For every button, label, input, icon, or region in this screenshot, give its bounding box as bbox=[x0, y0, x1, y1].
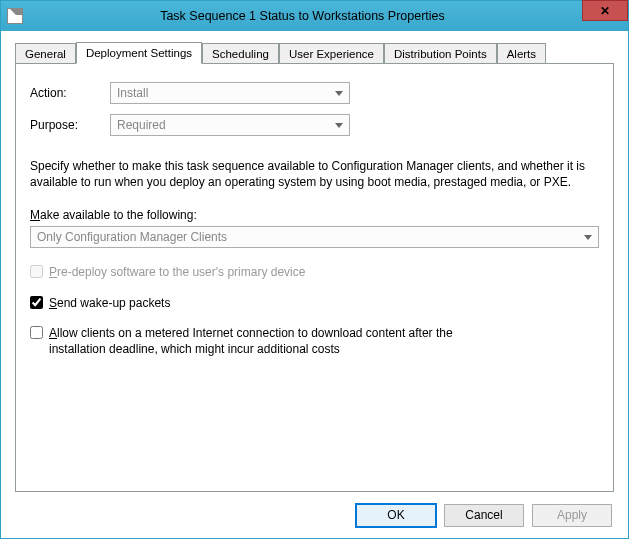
chevron-down-icon bbox=[335, 91, 343, 96]
purpose-value: Required bbox=[117, 118, 166, 132]
metered-label: Allow clients on a metered Internet conn… bbox=[49, 325, 479, 357]
tab-distribution-points[interactable]: Distribution Points bbox=[384, 43, 497, 63]
close-icon: ✕ bbox=[600, 4, 610, 18]
cancel-button[interactable]: Cancel bbox=[444, 504, 524, 527]
action-value: Install bbox=[117, 86, 148, 100]
description-text: Specify whether to make this task sequen… bbox=[30, 158, 599, 190]
available-select[interactable]: Only Configuration Manager Clients bbox=[30, 226, 599, 248]
dialog-window: Task Sequence 1 Status to Workstations P… bbox=[0, 0, 629, 539]
tab-panel-deployment: Action: Install Purpose: Required Specif… bbox=[15, 63, 614, 492]
dialog-button-bar: OK Cancel Apply bbox=[1, 492, 628, 538]
content-area: General Deployment Settings Scheduling U… bbox=[1, 31, 628, 492]
purpose-row: Purpose: Required bbox=[30, 114, 599, 136]
available-label: Make available to the following: bbox=[30, 208, 599, 222]
action-select[interactable]: Install bbox=[110, 82, 350, 104]
tab-deployment-settings[interactable]: Deployment Settings bbox=[76, 42, 202, 64]
tab-general[interactable]: General bbox=[15, 43, 76, 63]
chevron-down-icon bbox=[335, 123, 343, 128]
wakeup-label: Send wake-up packets bbox=[49, 295, 170, 311]
window-title: Task Sequence 1 Status to Workstations P… bbox=[27, 9, 628, 23]
available-value: Only Configuration Manager Clients bbox=[37, 230, 227, 244]
tabs-strip: General Deployment Settings Scheduling U… bbox=[15, 41, 614, 63]
predeploy-label: Pre-deploy software to the user's primar… bbox=[49, 264, 305, 280]
chevron-down-icon bbox=[584, 235, 592, 240]
wakeup-row: Send wake-up packets bbox=[30, 295, 599, 311]
action-row: Action: Install bbox=[30, 82, 599, 104]
close-button[interactable]: ✕ bbox=[582, 0, 628, 21]
ok-button[interactable]: OK bbox=[356, 504, 436, 527]
action-label: Action: bbox=[30, 86, 110, 100]
apply-button: Apply bbox=[532, 504, 612, 527]
purpose-select[interactable]: Required bbox=[110, 114, 350, 136]
metered-checkbox[interactable] bbox=[30, 326, 43, 339]
tab-scheduling[interactable]: Scheduling bbox=[202, 43, 279, 63]
app-icon bbox=[7, 8, 23, 24]
predeploy-checkbox bbox=[30, 265, 43, 278]
predeploy-row: Pre-deploy software to the user's primar… bbox=[30, 264, 599, 280]
tab-user-experience[interactable]: User Experience bbox=[279, 43, 384, 63]
wakeup-checkbox[interactable] bbox=[30, 296, 43, 309]
tab-alerts[interactable]: Alerts bbox=[497, 43, 546, 63]
metered-row: Allow clients on a metered Internet conn… bbox=[30, 325, 599, 357]
purpose-label: Purpose: bbox=[30, 118, 110, 132]
title-bar: Task Sequence 1 Status to Workstations P… bbox=[1, 1, 628, 31]
